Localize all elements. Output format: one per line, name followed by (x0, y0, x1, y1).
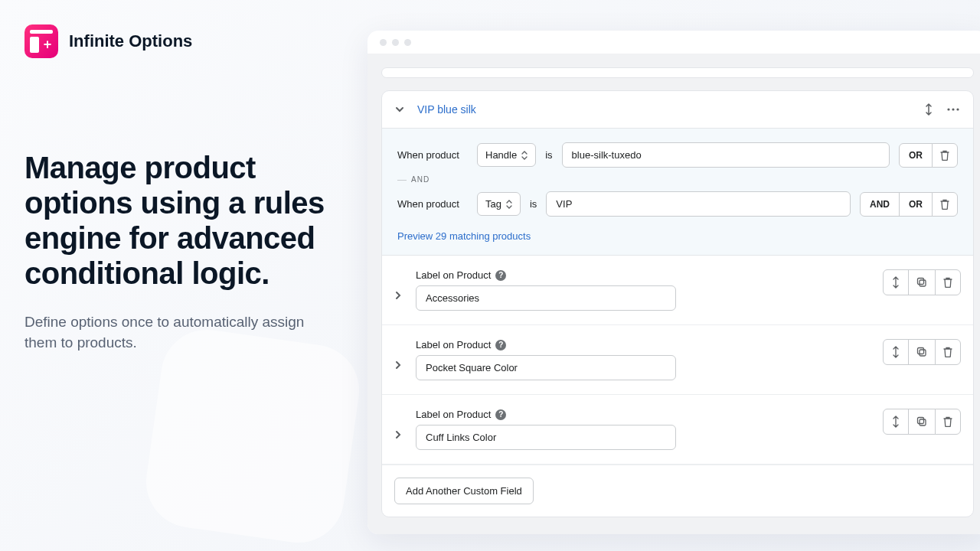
option-field-row: Label on Product ? Accessories (382, 256, 973, 325)
rule-card: VIP blue silk When product Handle (381, 90, 974, 517)
help-icon[interactable]: ? (495, 409, 506, 420)
svg-rect-8 (918, 418, 924, 424)
option-field-row: Label on Product ? Cuff Links Color (382, 395, 973, 465)
collapsed-card-stub (381, 67, 974, 78)
more-icon[interactable] (946, 102, 961, 117)
headline: Manage product options using a rules eng… (24, 150, 338, 291)
rule-header[interactable]: VIP blue silk (382, 91, 973, 129)
move-field-button[interactable] (883, 339, 909, 365)
duplicate-field-button[interactable] (908, 409, 936, 435)
delete-field-button[interactable] (935, 409, 961, 435)
field-value-input[interactable]: Accessories (416, 285, 676, 311)
subheadline: Define options once to automatically ass… (24, 312, 338, 353)
duplicate-field-button[interactable] (908, 269, 936, 295)
svg-point-0 (947, 108, 949, 110)
chevron-right-icon[interactable] (394, 289, 405, 300)
brand-row: + Infinite Options (24, 24, 338, 58)
app-window: VIP blue silk When product Handle (368, 31, 980, 534)
duplicate-field-button[interactable] (908, 339, 936, 365)
or-button[interactable]: OR (899, 143, 933, 168)
brand-logo-icon: + (24, 24, 58, 58)
conditions-block: When product Handle is blue-silk-tuxedo … (382, 129, 973, 256)
condition-value-input[interactable]: blue-silk-tuxedo (562, 142, 890, 168)
background-shape (140, 324, 365, 549)
condition-value-input[interactable]: VIP (546, 191, 851, 217)
select-value: Tag (485, 198, 501, 210)
delete-field-button[interactable] (935, 339, 961, 365)
svg-rect-4 (918, 279, 924, 285)
field-label: Label on Product (416, 269, 491, 281)
field-value-input[interactable]: Pocket Square Color (416, 355, 676, 380)
delete-condition-button[interactable] (932, 192, 958, 217)
svg-rect-5 (920, 350, 926, 356)
help-icon[interactable]: ? (495, 270, 506, 281)
field-label: Label on Product (416, 409, 491, 420)
add-custom-field-button[interactable]: Add Another Custom Field (394, 478, 534, 504)
svg-rect-3 (920, 280, 926, 286)
preview-matching-link[interactable]: Preview 29 matching products (397, 230, 531, 242)
select-value: Handle (485, 149, 517, 161)
brand-name: Infinite Options (69, 31, 192, 51)
window-traffic-lights (368, 31, 980, 54)
chevron-right-icon[interactable] (394, 359, 405, 370)
condition-attribute-select[interactable]: Tag (477, 192, 521, 216)
svg-point-1 (952, 108, 954, 110)
marketing-panel: + Infinite Options Manage product option… (24, 24, 338, 353)
chevron-right-icon[interactable] (394, 429, 405, 439)
condition-row: When product Tag is VIP AND OR (397, 191, 958, 217)
rule-title[interactable]: VIP blue silk (417, 103, 909, 116)
svg-rect-6 (918, 348, 924, 354)
condition-connector: AND (411, 175, 958, 184)
move-field-button[interactable] (883, 409, 909, 435)
and-button[interactable]: AND (860, 192, 900, 217)
condition-attribute-select[interactable]: Handle (477, 143, 536, 167)
drag-handle-icon[interactable] (921, 102, 936, 117)
condition-operator: is (545, 149, 552, 161)
delete-condition-button[interactable] (932, 143, 958, 168)
condition-when-label: When product (397, 149, 468, 161)
condition-operator: is (530, 198, 537, 210)
svg-rect-7 (920, 419, 926, 425)
option-field-row: Label on Product ? Pocket Square Color (382, 325, 973, 395)
field-label: Label on Product (416, 339, 491, 350)
move-field-button[interactable] (883, 269, 909, 295)
delete-field-button[interactable] (935, 269, 961, 295)
condition-when-label: When product (397, 198, 468, 210)
condition-row: When product Handle is blue-silk-tuxedo … (397, 142, 958, 168)
help-icon[interactable]: ? (495, 340, 506, 350)
svg-point-2 (956, 108, 959, 110)
field-value-input[interactable]: Cuff Links Color (416, 425, 676, 450)
or-button[interactable]: OR (899, 192, 933, 217)
chevron-down-icon[interactable] (394, 104, 405, 115)
